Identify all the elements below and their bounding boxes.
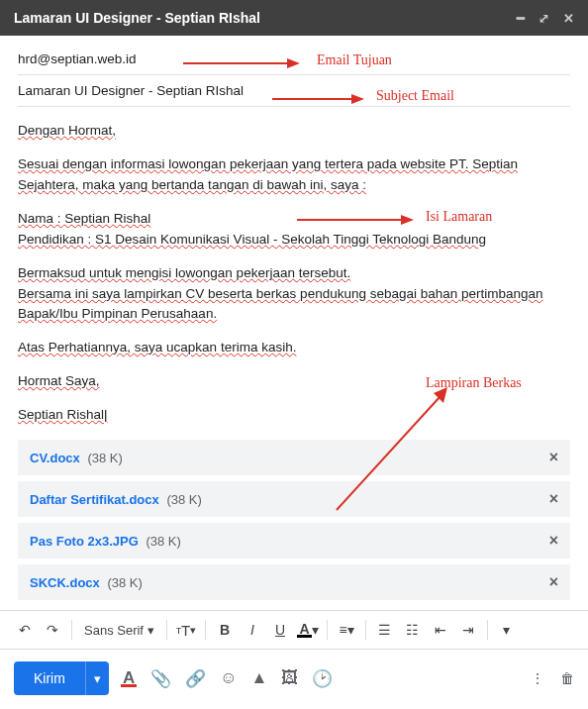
attach-file-icon[interactable]: 📎 — [150, 668, 171, 689]
toolbar-separator — [327, 620, 328, 640]
attachments-list: CV.docx (38 K) × Daftar Sertifikat.docx … — [18, 440, 570, 600]
attachment-remove-icon[interactable]: × — [549, 490, 558, 508]
compose-body: hrd@septian.web.id Lamaran UI Designer -… — [0, 36, 588, 600]
indent-more-button[interactable]: ⇥ — [455, 617, 481, 643]
toolbar-separator — [166, 620, 167, 640]
undo-button[interactable]: ↶ — [12, 617, 38, 643]
recipients-field[interactable]: hrd@septian.web.id — [18, 44, 570, 75]
insert-emoji-icon[interactable]: ☺ — [220, 668, 237, 688]
more-options-icon[interactable]: ⋮ — [531, 670, 544, 686]
attachment-item[interactable]: CV.docx (38 K) × — [18, 440, 570, 475]
email-body-editor[interactable]: Dengan Hormat, Sesuai dengan informasi l… — [18, 107, 570, 440]
body-name-line: Nama : Septian Rishal — [18, 211, 150, 226]
body-para2b: Bersama ini saya lampirkan CV beserta be… — [18, 286, 543, 322]
compose-right-actions: ⋮ 🗑 — [531, 670, 574, 686]
body-closing: Hormat Saya, — [18, 373, 100, 388]
attachment-size: (38 K) — [87, 451, 122, 465]
attachment-name: Pas Foto 2x3.JPG — [30, 534, 139, 549]
chevron-down-icon: ▾ — [147, 623, 154, 638]
attachment-item[interactable]: Pas Foto 2x3.JPG (38 K) × — [18, 523, 570, 558]
insert-photo-icon[interactable]: 🖼 — [281, 668, 298, 688]
bulleted-list-button[interactable]: ☷ — [400, 617, 426, 643]
attachment-remove-icon[interactable]: × — [549, 532, 558, 550]
send-options-button[interactable]: ▾ — [85, 661, 109, 695]
subject-value: Lamaran UI Designer - Septian RIshal — [18, 83, 244, 98]
compose-tool-icons: A 📎 🔗 ☺ ▲ 🖼 🕑 — [121, 668, 333, 689]
font-family-select[interactable]: Sans Serif ▾ — [78, 617, 160, 643]
compose-action-bar: Kirim ▾ A 📎 🔗 ☺ ▲ 🖼 🕑 ⋮ 🗑 — [0, 650, 588, 707]
attachment-remove-icon[interactable]: × — [549, 449, 558, 466]
body-para2a: Bermaksud untuk mengisi lowongan pekerja… — [18, 265, 350, 280]
body-para1: Sesuai dengan informasi lowongan pekerja… — [18, 156, 518, 192]
attachment-size: (38 K) — [166, 492, 201, 507]
body-edu-line: Pendidikan : S1 Desain Komunikasi Visual… — [18, 232, 486, 247]
titlebar-actions: ━ ⤢ ✕ — [517, 11, 574, 26]
formatting-toolbar: ↶ ↷ Sans Serif ▾ тT▾ B I U A▾ ≡▾ ☰ ☷ ⇤ ⇥… — [0, 610, 588, 650]
attachment-name: Daftar Sertifikat.docx — [30, 492, 159, 507]
numbered-list-button[interactable]: ☰ — [372, 617, 398, 643]
toolbar-separator — [71, 620, 72, 640]
italic-button[interactable]: I — [240, 617, 265, 643]
recipient-value: hrd@septian.web.id — [18, 51, 137, 66]
attachment-size: (38 K) — [107, 575, 142, 590]
body-thanks: Atas Perhatiannya, saya ucapkan terima k… — [18, 340, 296, 354]
font-size-button[interactable]: тT▾ — [173, 617, 199, 643]
discard-draft-icon[interactable]: 🗑 — [560, 670, 574, 686]
send-button[interactable]: Kirim — [14, 661, 85, 695]
send-button-group: Kirim ▾ — [14, 661, 109, 695]
attachment-item[interactable]: SKCK.docx (38 K) × — [18, 564, 570, 600]
align-button[interactable]: ≡▾ — [334, 617, 359, 643]
more-formatting-button[interactable]: ▾ — [494, 617, 520, 643]
body-signature: Septian Rishal — [18, 407, 108, 422]
redo-button[interactable]: ↷ — [40, 617, 65, 643]
bold-button[interactable]: B — [212, 617, 238, 643]
insert-link-icon[interactable]: 🔗 — [185, 668, 206, 689]
formatting-toggle-icon[interactable]: A — [121, 668, 137, 688]
subject-field[interactable]: Lamaran UI Designer - Septian RIshal — [18, 75, 570, 107]
toolbar-separator — [487, 620, 488, 640]
toolbar-separator — [205, 620, 206, 640]
attachment-size: (38 K) — [146, 534, 180, 549]
minimize-icon[interactable]: ━ — [517, 11, 525, 26]
confidential-mode-icon[interactable]: 🕑 — [312, 668, 333, 689]
attachment-item[interactable]: Daftar Sertifikat.docx (38 K) × — [18, 481, 570, 517]
insert-drive-icon[interactable]: ▲ — [251, 668, 268, 688]
attachment-name: CV.docx — [30, 451, 80, 465]
close-icon[interactable]: ✕ — [563, 11, 574, 26]
attachment-name: SKCK.docx — [30, 575, 100, 590]
toolbar-separator — [365, 620, 366, 640]
expand-icon[interactable]: ⤢ — [539, 11, 549, 26]
underline-button[interactable]: U — [267, 617, 293, 643]
compose-titlebar: Lamaran UI Designer - Septian RIshal ━ ⤢… — [0, 0, 588, 36]
indent-less-button[interactable]: ⇤ — [428, 617, 453, 643]
compose-title: Lamaran UI Designer - Septian RIshal — [14, 10, 260, 26]
text-color-button[interactable]: A▾ — [295, 617, 321, 643]
attachment-remove-icon[interactable]: × — [549, 573, 558, 591]
body-greeting: Dengan Hormat, — [18, 123, 116, 138]
